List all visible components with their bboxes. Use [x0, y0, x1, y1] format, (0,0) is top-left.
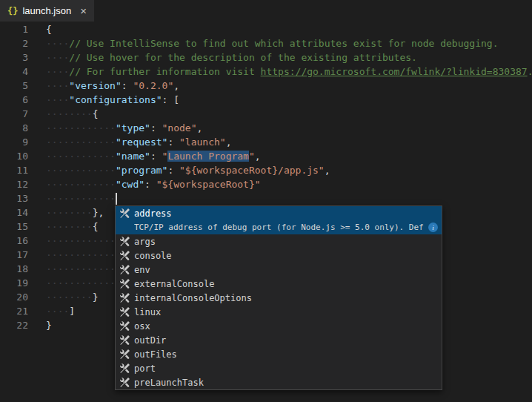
- line-number[interactable]: 15: [0, 220, 28, 234]
- code-line[interactable]: 2····// Use IntelliSense to find out whi…: [0, 36, 532, 50]
- suggest-item-label: args: [134, 237, 156, 247]
- wrench-property-icon: [119, 335, 130, 346]
- code-text: ········{: [28, 220, 98, 234]
- wrench-property-icon: [119, 292, 130, 304]
- suggest-item-label: console: [134, 251, 172, 261]
- text-cursor: [116, 193, 117, 205]
- line-number[interactable]: 3: [0, 50, 28, 65]
- code-text: ············: [28, 248, 116, 262]
- suggest-item-label: internalConsoleOptions: [134, 293, 252, 303]
- suggest-item-label: osx: [134, 321, 150, 332]
- code-line[interactable]: 3····// Use hover for the description of…: [0, 50, 532, 65]
- suggest-item-label: outDir: [134, 335, 166, 346]
- code-text: ············"type": "node",: [28, 121, 202, 135]
- code-text: ············: [28, 262, 116, 276]
- code-text: ············: [28, 191, 117, 205]
- code-text: ····// Use IntelliSense to find out whic…: [28, 36, 499, 50]
- suggest-description-text: TCP/IP address of debug port (for Node.j…: [134, 223, 424, 232]
- tab-close-icon[interactable]: ×: [80, 5, 87, 16]
- wrench-property-icon: [119, 236, 130, 248]
- tab-title: launch.json: [22, 5, 71, 16]
- wrench-property-icon: [119, 250, 130, 262]
- json-file-icon: {}: [7, 6, 18, 16]
- code-line[interactable]: 9············"request": "launch",: [0, 135, 532, 149]
- line-number[interactable]: 19: [0, 276, 28, 290]
- suggest-item-description: TCP/IP address of debug port (for Node.j…: [116, 220, 442, 234]
- line-number[interactable]: 17: [0, 248, 28, 262]
- code-text: ········}: [28, 290, 98, 304]
- intellisense-suggest-widget: addressTCP/IP address of debug port (for…: [115, 205, 442, 390]
- line-number[interactable]: 5: [0, 79, 28, 93]
- code-text: ············: [28, 276, 116, 290]
- line-number[interactable]: 10: [0, 149, 28, 163]
- wrench-property-icon: [119, 278, 130, 290]
- suggest-item-linux[interactable]: linux: [116, 305, 442, 319]
- wrench-property-icon: [119, 377, 130, 389]
- line-number[interactable]: 9: [0, 135, 28, 149]
- line-number[interactable]: 12: [0, 177, 28, 191]
- code-text: ············"program": "${workspaceRoot}…: [28, 163, 330, 177]
- line-number[interactable]: 16: [0, 234, 28, 248]
- suggest-item-osx[interactable]: osx: [116, 319, 442, 333]
- suggest-item-console[interactable]: console: [116, 248, 442, 263]
- suggest-item-label: address: [134, 208, 172, 219]
- code-text: ····]: [28, 304, 75, 318]
- suggest-item-externalConsole[interactable]: externalConsole: [116, 277, 442, 291]
- wrench-property-icon: [119, 208, 130, 220]
- code-line[interactable]: 10············"name": "Launch Program",: [0, 149, 532, 163]
- code-line[interactable]: 4····// For further information visit ht…: [0, 65, 532, 79]
- suggest-item-outFiles[interactable]: outFiles: [116, 347, 442, 361]
- code-line[interactable]: 12············"cwd": "${workspaceRoot}": [0, 177, 532, 191]
- suggest-item-label: linux: [134, 307, 161, 317]
- code-line[interactable]: 5····"version": "0.2.0",: [0, 79, 532, 93]
- code-line[interactable]: 7········{: [0, 107, 532, 121]
- suggest-item-port[interactable]: port: [116, 361, 442, 375]
- code-editor[interactable]: 1{2····// Use IntelliSense to find out w…: [0, 22, 532, 402]
- line-number[interactable]: 6: [0, 93, 28, 107]
- line-number[interactable]: 4: [0, 65, 28, 79]
- suggest-item-address[interactable]: address: [116, 206, 442, 220]
- suggest-item-label: outFiles: [134, 349, 177, 360]
- code-line[interactable]: 13············: [0, 191, 532, 205]
- line-number[interactable]: 2: [0, 36, 28, 50]
- suggest-item-label: port: [134, 363, 156, 374]
- line-number[interactable]: 13: [0, 191, 28, 205]
- code-text: ········{: [28, 107, 98, 121]
- wrench-property-icon: [119, 264, 130, 276]
- suggest-item-outDir[interactable]: outDir: [116, 333, 442, 347]
- code-line[interactable]: 11············"program": "${workspaceRoo…: [0, 163, 532, 177]
- suggest-item-label: externalConsole: [134, 279, 214, 289]
- line-number[interactable]: 18: [0, 262, 28, 276]
- line-number[interactable]: 21: [0, 304, 28, 318]
- code-text: ····"configurations": [: [28, 93, 179, 107]
- code-text: ············"cwd": "${workspaceRoot}": [28, 177, 261, 191]
- code-text: ····"version": "0.2.0",: [28, 79, 179, 93]
- tab-bar: {} launch.json ×: [0, 0, 532, 22]
- suggest-item-env[interactable]: env: [116, 263, 442, 277]
- wrench-property-icon: [119, 320, 130, 332]
- code-text: {: [28, 22, 52, 36]
- line-number[interactable]: 22: [0, 318, 28, 332]
- line-number[interactable]: 14: [0, 205, 28, 220]
- code-line[interactable]: 8············"type": "node",: [0, 121, 532, 135]
- code-text: ············"name": "Launch Program",: [28, 149, 261, 163]
- suggest-item-label: preLaunchTask: [134, 378, 204, 388]
- line-number[interactable]: 8: [0, 121, 28, 135]
- suggest-item-args[interactable]: args: [116, 234, 442, 248]
- code-line[interactable]: 6····"configurations": [: [0, 93, 532, 107]
- line-number[interactable]: 20: [0, 290, 28, 304]
- info-icon[interactable]: i: [428, 223, 438, 232]
- code-line[interactable]: 1{: [0, 22, 532, 36]
- code-text: ····// Use hover for the description of …: [28, 50, 417, 65]
- tab-launch-json[interactable]: {} launch.json ×: [0, 0, 94, 22]
- code-text: ····// For further information visit htt…: [28, 65, 532, 79]
- code-text: ············: [28, 234, 116, 248]
- wrench-property-icon: [119, 349, 130, 360]
- line-number[interactable]: 7: [0, 107, 28, 121]
- code-text: ········},: [28, 205, 104, 220]
- suggest-item-internalConsoleOptions[interactable]: internalConsoleOptions: [116, 291, 442, 305]
- line-number[interactable]: 11: [0, 163, 28, 177]
- suggest-item-preLaunchTask[interactable]: preLaunchTask: [116, 375, 442, 389]
- code-text: }: [28, 318, 52, 332]
- line-number[interactable]: 1: [0, 22, 28, 36]
